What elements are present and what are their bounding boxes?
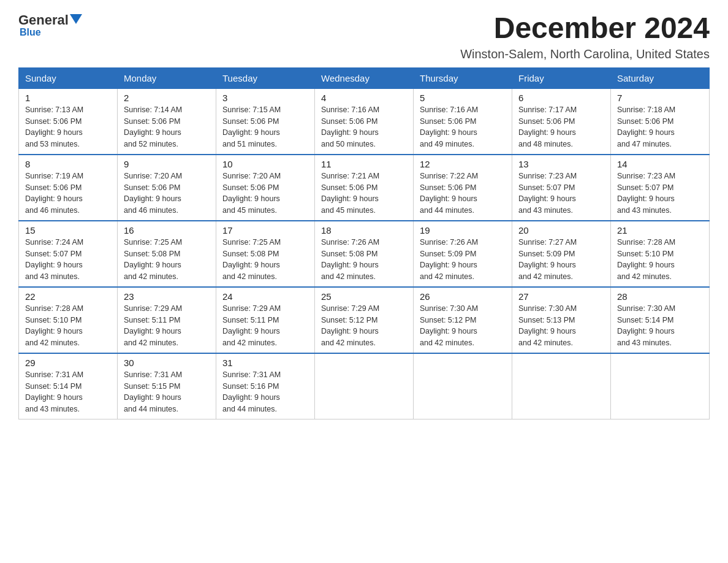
main-title: December 2024 (460, 12, 710, 45)
day-info: Sunrise: 7:22 AMSunset: 5:06 PMDaylight:… (420, 170, 506, 216)
calendar-cell: 12Sunrise: 7:22 AMSunset: 5:06 PMDayligh… (414, 155, 512, 221)
day-number: 17 (222, 225, 308, 236)
calendar-cell: 23Sunrise: 7:29 AMSunset: 5:11 PMDayligh… (118, 287, 216, 353)
calendar-cell (414, 353, 512, 419)
calendar-cell: 8Sunrise: 7:19 AMSunset: 5:06 PMDaylight… (19, 155, 118, 221)
calendar-cell: 4Sunrise: 7:16 AMSunset: 5:06 PMDaylight… (315, 88, 414, 155)
day-number: 31 (222, 358, 308, 368)
calendar-cell: 2Sunrise: 7:14 AMSunset: 5:06 PMDaylight… (118, 88, 216, 155)
day-info: Sunrise: 7:26 AMSunset: 5:08 PMDaylight:… (321, 237, 407, 283)
day-number: 13 (518, 159, 604, 169)
day-number: 5 (420, 93, 506, 103)
day-info: Sunrise: 7:17 AMSunset: 5:06 PMDaylight:… (518, 104, 604, 150)
day-number: 1 (25, 93, 111, 103)
day-info: Sunrise: 7:28 AMSunset: 5:10 PMDaylight:… (25, 303, 111, 349)
day-info: Sunrise: 7:29 AMSunset: 5:12 PMDaylight:… (321, 303, 407, 349)
day-number: 18 (321, 225, 407, 236)
calendar-header-row: SundayMondayTuesdayWednesdayThursdayFrid… (19, 67, 710, 88)
calendar-cell: 6Sunrise: 7:17 AMSunset: 5:06 PMDaylight… (512, 88, 611, 155)
day-info: Sunrise: 7:18 AMSunset: 5:06 PMDaylight:… (617, 104, 703, 150)
day-info: Sunrise: 7:25 AMSunset: 5:08 PMDaylight:… (124, 237, 210, 283)
calendar-cell (315, 353, 414, 419)
day-number: 11 (321, 159, 407, 169)
calendar-cell: 16Sunrise: 7:25 AMSunset: 5:08 PMDayligh… (118, 221, 216, 287)
calendar-week-row: 8Sunrise: 7:19 AMSunset: 5:06 PMDaylight… (19, 155, 710, 221)
day-number: 10 (222, 159, 308, 169)
calendar-cell: 22Sunrise: 7:28 AMSunset: 5:10 PMDayligh… (19, 287, 118, 353)
day-info: Sunrise: 7:16 AMSunset: 5:06 PMDaylight:… (321, 104, 407, 150)
day-number: 20 (518, 225, 604, 236)
header-thursday: Thursday (414, 67, 512, 88)
day-info: Sunrise: 7:20 AMSunset: 5:06 PMDaylight:… (222, 170, 308, 216)
calendar-cell: 26Sunrise: 7:30 AMSunset: 5:12 PMDayligh… (414, 287, 512, 353)
calendar-week-row: 1Sunrise: 7:13 AMSunset: 5:06 PMDaylight… (19, 88, 710, 155)
day-info: Sunrise: 7:24 AMSunset: 5:07 PMDaylight:… (25, 237, 111, 283)
title-area: December 2024 Winston-Salem, North Carol… (460, 12, 710, 61)
day-number: 9 (124, 159, 210, 169)
day-info: Sunrise: 7:30 AMSunset: 5:14 PMDaylight:… (617, 303, 703, 349)
calendar-cell: 3Sunrise: 7:15 AMSunset: 5:06 PMDaylight… (216, 88, 315, 155)
day-number: 14 (617, 159, 703, 169)
day-number: 30 (124, 358, 210, 368)
calendar-week-row: 15Sunrise: 7:24 AMSunset: 5:07 PMDayligh… (19, 221, 710, 287)
calendar-cell: 29Sunrise: 7:31 AMSunset: 5:14 PMDayligh… (19, 353, 118, 419)
day-info: Sunrise: 7:30 AMSunset: 5:12 PMDaylight:… (420, 303, 506, 349)
day-info: Sunrise: 7:21 AMSunset: 5:06 PMDaylight:… (321, 170, 407, 216)
header-wednesday: Wednesday (315, 67, 414, 88)
calendar-week-row: 29Sunrise: 7:31 AMSunset: 5:14 PMDayligh… (19, 353, 710, 419)
day-number: 22 (25, 291, 111, 302)
header-friday: Friday (512, 67, 611, 88)
day-info: Sunrise: 7:31 AMSunset: 5:14 PMDaylight:… (25, 369, 111, 415)
calendar-cell: 17Sunrise: 7:25 AMSunset: 5:08 PMDayligh… (216, 221, 315, 287)
day-number: 4 (321, 93, 407, 103)
calendar-table: SundayMondayTuesdayWednesdayThursdayFrid… (18, 67, 710, 419)
day-number: 25 (321, 291, 407, 302)
day-number: 21 (617, 225, 703, 236)
header-tuesday: Tuesday (216, 67, 315, 88)
day-number: 7 (617, 93, 703, 103)
day-info: Sunrise: 7:30 AMSunset: 5:13 PMDaylight:… (518, 303, 604, 349)
calendar-cell: 11Sunrise: 7:21 AMSunset: 5:06 PMDayligh… (315, 155, 414, 221)
day-info: Sunrise: 7:25 AMSunset: 5:08 PMDaylight:… (222, 237, 308, 283)
calendar-cell: 10Sunrise: 7:20 AMSunset: 5:06 PMDayligh… (216, 155, 315, 221)
day-number: 15 (25, 225, 111, 236)
calendar-cell (512, 353, 611, 419)
day-number: 24 (222, 291, 308, 302)
day-info: Sunrise: 7:26 AMSunset: 5:09 PMDaylight:… (420, 237, 506, 283)
calendar-cell: 19Sunrise: 7:26 AMSunset: 5:09 PMDayligh… (414, 221, 512, 287)
calendar-cell: 28Sunrise: 7:30 AMSunset: 5:14 PMDayligh… (611, 287, 710, 353)
day-info: Sunrise: 7:13 AMSunset: 5:06 PMDaylight:… (25, 104, 111, 150)
day-number: 29 (25, 358, 111, 368)
logo-text: General (18, 12, 82, 28)
calendar-cell: 7Sunrise: 7:18 AMSunset: 5:06 PMDaylight… (611, 88, 710, 155)
day-number: 12 (420, 159, 506, 169)
header-saturday: Saturday (611, 67, 710, 88)
calendar-cell: 25Sunrise: 7:29 AMSunset: 5:12 PMDayligh… (315, 287, 414, 353)
day-info: Sunrise: 7:27 AMSunset: 5:09 PMDaylight:… (518, 237, 604, 283)
day-number: 27 (518, 291, 604, 302)
logo-triangle-icon (70, 14, 82, 24)
day-info: Sunrise: 7:20 AMSunset: 5:06 PMDaylight:… (124, 170, 210, 216)
calendar-cell: 18Sunrise: 7:26 AMSunset: 5:08 PMDayligh… (315, 221, 414, 287)
calendar-cell: 31Sunrise: 7:31 AMSunset: 5:16 PMDayligh… (216, 353, 315, 419)
day-number: 19 (420, 225, 506, 236)
calendar-cell: 30Sunrise: 7:31 AMSunset: 5:15 PMDayligh… (118, 353, 216, 419)
location-subtitle: Winston-Salem, North Carolina, United St… (460, 47, 710, 61)
day-info: Sunrise: 7:29 AMSunset: 5:11 PMDaylight:… (124, 303, 210, 349)
day-info: Sunrise: 7:19 AMSunset: 5:06 PMDaylight:… (25, 170, 111, 216)
page-header: General Blue December 2024 Winston-Salem… (18, 12, 710, 61)
calendar-cell: 21Sunrise: 7:28 AMSunset: 5:10 PMDayligh… (611, 221, 710, 287)
day-number: 23 (124, 291, 210, 302)
calendar-cell: 9Sunrise: 7:20 AMSunset: 5:06 PMDaylight… (118, 155, 216, 221)
day-info: Sunrise: 7:15 AMSunset: 5:06 PMDaylight:… (222, 104, 308, 150)
calendar-cell: 1Sunrise: 7:13 AMSunset: 5:06 PMDaylight… (19, 88, 118, 155)
calendar-week-row: 22Sunrise: 7:28 AMSunset: 5:10 PMDayligh… (19, 287, 710, 353)
day-info: Sunrise: 7:31 AMSunset: 5:15 PMDaylight:… (124, 369, 210, 415)
day-number: 3 (222, 93, 308, 103)
day-number: 26 (420, 291, 506, 302)
day-number: 8 (25, 159, 111, 169)
calendar-cell: 14Sunrise: 7:23 AMSunset: 5:07 PMDayligh… (611, 155, 710, 221)
day-number: 16 (124, 225, 210, 236)
logo-blue: Blue (20, 27, 41, 38)
day-info: Sunrise: 7:31 AMSunset: 5:16 PMDaylight:… (222, 369, 308, 415)
